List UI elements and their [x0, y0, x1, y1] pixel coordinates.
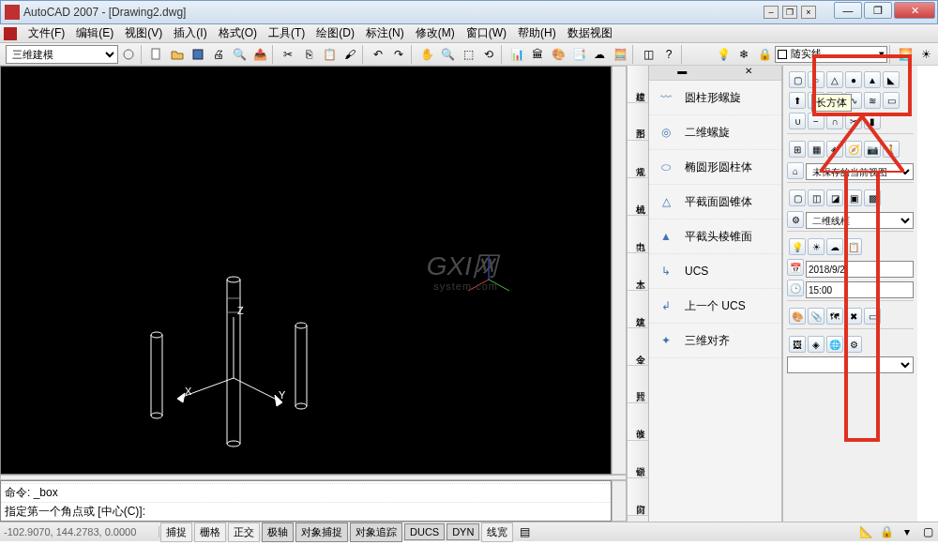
- calendar-icon[interactable]: 📅: [787, 259, 804, 276]
- model-paper-icon[interactable]: ▤: [515, 522, 534, 541]
- view-camera-button[interactable]: 📷: [864, 141, 881, 158]
- command-scrollbar[interactable]: [612, 480, 627, 522]
- extrude-button[interactable]: ⬆: [789, 92, 806, 109]
- sheet-set-icon[interactable]: 📑: [569, 45, 588, 64]
- light-sky-button[interactable]: ☁: [826, 238, 843, 255]
- toolpalette-icon[interactable]: 🎨: [549, 45, 567, 64]
- cylinder-button[interactable]: ○: [808, 71, 825, 88]
- box-button[interactable]: ▢: [789, 71, 806, 88]
- vs-manage-icon[interactable]: ⚙: [787, 211, 804, 228]
- preview-icon[interactable]: 🔍: [230, 45, 249, 64]
- loft-button[interactable]: ≋: [864, 92, 881, 109]
- subtract-button[interactable]: −: [808, 113, 825, 129]
- palette-tab-10[interactable]: 锁命: [628, 441, 648, 478]
- palette-tab-11[interactable]: 门窗: [628, 478, 648, 516]
- palette-tab-9[interactable]: 修改: [628, 403, 648, 441]
- maximize-button[interactable]: ❐: [864, 2, 892, 19]
- menu-file[interactable]: 文件(F): [23, 25, 70, 41]
- polysolid-button[interactable]: ▭: [883, 92, 900, 109]
- toggle-dyn[interactable]: DYN: [446, 523, 479, 540]
- palette-item-helix-2d[interactable]: ◎二维螺旋: [649, 115, 781, 150]
- view-iso-button[interactable]: ◈: [826, 141, 843, 158]
- annotation-scale-icon[interactable]: 📐: [856, 522, 875, 541]
- material-attach-button[interactable]: 📎: [808, 308, 825, 325]
- palette-tab-5[interactable]: 土木: [628, 253, 648, 291]
- vs-3dwire-button[interactable]: ◫: [808, 189, 825, 206]
- calc-icon[interactable]: 🧮: [611, 45, 629, 64]
- pan-icon[interactable]: ✋: [417, 45, 436, 64]
- material-button[interactable]: 🎨: [789, 308, 806, 325]
- union-button[interactable]: ∪: [789, 113, 806, 129]
- sphere-button[interactable]: ●: [845, 71, 862, 88]
- print-icon[interactable]: 🖨: [209, 45, 228, 64]
- workspace-lock-icon[interactable]: 🔒: [877, 522, 896, 541]
- palette-tab-7[interactable]: 金令: [628, 328, 648, 366]
- toggle-snap[interactable]: 捕捉: [160, 522, 192, 542]
- close-button[interactable]: ✕: [894, 2, 935, 19]
- menu-dataview[interactable]: 数据视图: [562, 25, 618, 41]
- thicken-button[interactable]: ▮: [864, 113, 881, 129]
- menu-insert[interactable]: 插入(I): [168, 25, 212, 41]
- workspace-dropdown[interactable]: 三维建模: [6, 45, 118, 64]
- viewport-scrollbar-v[interactable]: [612, 66, 627, 475]
- vs-conceptual-button[interactable]: ▩: [864, 189, 881, 206]
- cut-icon[interactable]: ✂: [279, 45, 297, 64]
- render-button[interactable]: 🖼: [789, 336, 806, 353]
- wedge-button[interactable]: ◣: [883, 71, 900, 88]
- publish-icon[interactable]: 📤: [250, 45, 269, 64]
- mdi-close-icon[interactable]: ×: [801, 6, 816, 19]
- render-crop-button[interactable]: ◈: [808, 336, 825, 353]
- redo-icon[interactable]: ↷: [389, 45, 408, 64]
- pyramid-button[interactable]: ▲: [864, 71, 881, 88]
- view-walk-button[interactable]: 🚶: [883, 141, 900, 158]
- visual-style-dropdown[interactable]: 二维线框: [806, 212, 914, 229]
- palette-tab-8[interactable]: 照片: [628, 366, 648, 403]
- toggle-ortho[interactable]: 正交: [228, 522, 260, 542]
- menu-modify[interactable]: 修改(M): [410, 25, 461, 41]
- zoom-window-icon[interactable]: ⬚: [459, 45, 477, 64]
- menu-help[interactable]: 帮助(H): [512, 25, 562, 41]
- new-icon[interactable]: [147, 45, 166, 64]
- linetype-dropdown[interactable]: 随实线 ▾: [775, 46, 887, 63]
- light-list-button[interactable]: 📋: [845, 238, 862, 255]
- palette-item-helix-cyl[interactable]: 〰圆柱形螺旋: [649, 81, 781, 115]
- view-home-icon[interactable]: ⌂: [787, 162, 804, 179]
- render-icon[interactable]: 🌅: [896, 45, 915, 64]
- view-top-button[interactable]: ⊞: [789, 141, 806, 158]
- minimize-button[interactable]: —: [834, 2, 862, 19]
- planar-map-button[interactable]: ▭: [864, 308, 881, 325]
- cone-button[interactable]: △: [826, 71, 843, 88]
- save-icon[interactable]: [189, 45, 207, 64]
- vs-hidden-button[interactable]: ◪: [826, 189, 843, 206]
- layer-state-icon[interactable]: 💡: [714, 45, 733, 64]
- toggle-polar[interactable]: 极轴: [262, 522, 294, 542]
- zoom-icon[interactable]: 🔍: [438, 45, 457, 64]
- mdi-min-icon[interactable]: –: [764, 6, 779, 19]
- material-map-button[interactable]: 🗺: [826, 308, 843, 325]
- markup-icon[interactable]: ☁: [590, 45, 609, 64]
- designcenter-icon[interactable]: 🏛: [528, 45, 547, 64]
- menu-dimension[interactable]: 标注(N): [360, 25, 410, 41]
- toggle-osnap[interactable]: 对象捕捉: [295, 522, 348, 542]
- view-front-button[interactable]: ▦: [808, 141, 825, 158]
- palette-close-icon[interactable]: ✕: [716, 66, 782, 80]
- menu-tools[interactable]: 工具(T): [263, 25, 310, 41]
- menu-edit[interactable]: 编辑(E): [70, 25, 119, 41]
- date-input[interactable]: [806, 261, 914, 278]
- properties-icon[interactable]: 📊: [507, 45, 526, 64]
- vs-realistic-button[interactable]: ▣: [845, 189, 862, 206]
- mdi-minimize-button[interactable]: – ❐ ×: [763, 1, 817, 23]
- clock-icon[interactable]: 🕒: [787, 280, 804, 296]
- palette-item-ucs-prev[interactable]: ↲上一个 UCS: [649, 289, 781, 324]
- vs-2dwire-button[interactable]: ▢: [789, 189, 806, 206]
- toggle-otrack[interactable]: 对象追踪: [350, 522, 402, 542]
- render-preset-dropdown[interactable]: [787, 356, 914, 373]
- palette-tab-2[interactable]: 常规: [628, 141, 648, 178]
- render-env-button[interactable]: 🌐: [826, 336, 843, 353]
- time-input[interactable]: [806, 281, 914, 298]
- menu-format[interactable]: 格式(O): [213, 25, 263, 41]
- clean-screen-icon[interactable]: ▢: [918, 522, 937, 541]
- light-sun-button[interactable]: ☀: [808, 238, 825, 255]
- paste-icon[interactable]: 📋: [320, 45, 339, 64]
- copy-icon[interactable]: ⎘: [299, 45, 318, 64]
